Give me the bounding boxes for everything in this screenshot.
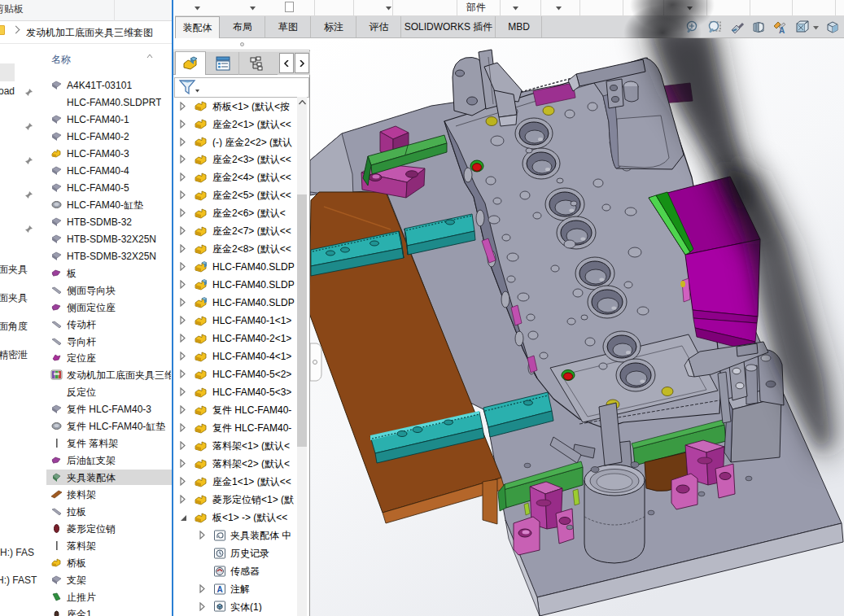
svg-text:A: A: [779, 26, 785, 35]
svg-text:A: A: [217, 585, 223, 594]
